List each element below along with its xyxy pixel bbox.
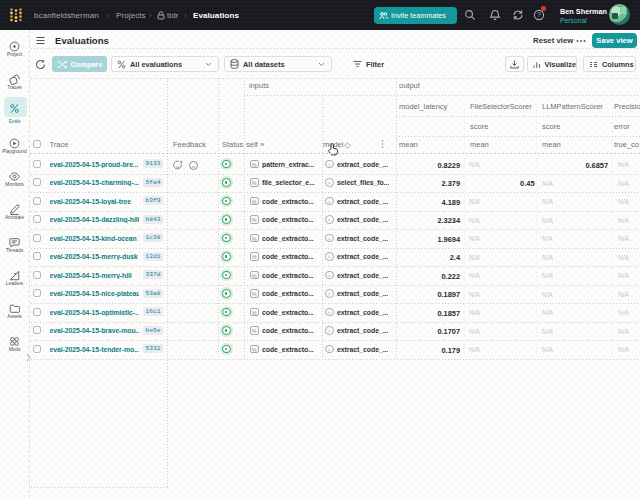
svg-text:?: ? [537, 11, 541, 18]
